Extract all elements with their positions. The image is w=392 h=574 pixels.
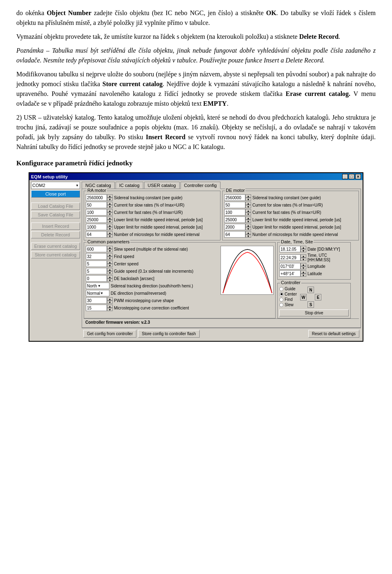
dropdown-arrow-icon2: ▼	[100, 291, 108, 295]
cp-row-8: 15 ▲▼ Microstepping curve correction coe…	[86, 305, 219, 311]
stop-drive-button[interactable]: Stop drive	[279, 309, 349, 316]
ra-row-4: 1000 ▲▼ Upper limit for middle speed int…	[86, 224, 218, 230]
ra-val-0: 2560000	[86, 194, 107, 201]
tab-ic-catalog[interactable]: IC catalog	[116, 182, 143, 189]
com-port-value: COM2	[32, 183, 45, 188]
cp-row-1: 32 ▲▼ Find speed	[86, 253, 219, 260]
common-datetime-row: Common parameters 600 ▲▼	[84, 242, 359, 318]
center-radio-row: Center	[279, 292, 297, 296]
store-catalog-button[interactable]: Store current catalog	[31, 251, 80, 258]
delete-record-button[interactable]: Delete Record	[31, 231, 80, 238]
titlebar: EQM setup utility _ □ ✕	[29, 173, 363, 180]
east-button[interactable]: E	[315, 294, 321, 300]
slew-radio-row: Slew	[279, 303, 297, 307]
window-body: COM2 ▼ Close port Load Catalog File Save…	[29, 180, 363, 341]
tabs-row: NGC catalog IC catalog USER catalog Cont…	[82, 182, 361, 189]
cp-row-4: 0 ▲▼ DE backslash [arcsec]	[86, 275, 219, 282]
north-dropdown[interactable]: North ▼	[86, 283, 109, 289]
north-value: North	[87, 284, 98, 288]
page-content: do okénka Object Number zadejte číslo ob…	[16, 8, 376, 342]
de-row-1: 50 ▲▼ Current for slow rates (% of Imax=…	[224, 202, 357, 208]
radio-buttons: Guide Center Find	[279, 287, 297, 308]
time-row: 22:24:29 ▲▼ Time, UTC [HH:MM:SS]	[279, 253, 349, 262]
controller-group: Controller Guide	[277, 283, 351, 318]
common-params-group: Common parameters 600 ▲▼	[84, 242, 276, 318]
tab-controller-config[interactable]: Controller config	[180, 182, 220, 189]
west-button[interactable]: W	[300, 294, 307, 300]
store-config-button[interactable]: Store config to controller flash	[138, 330, 199, 338]
guide-radio[interactable]	[279, 287, 283, 291]
common-left: Common parameters 600 ▲▼	[84, 242, 276, 318]
eqm-window: EQM setup utility _ □ ✕ COM2 ▼ Close por…	[29, 172, 363, 342]
svg-rect-0	[221, 246, 274, 295]
reset-defaults-button[interactable]: Reset to default settings	[308, 330, 359, 338]
datetime-group: Date, Time, Site 18.12.05 ▲▼ Date [DD:MM…	[277, 242, 351, 280]
datetime-label: Date, Time, Site	[280, 239, 314, 244]
center-radio[interactable]	[279, 292, 283, 296]
north-button[interactable]: N	[307, 287, 314, 293]
controller-label: Controller	[280, 280, 301, 285]
maximize-button[interactable]: □	[349, 174, 354, 179]
cp-row-6: Normal ▼ DE direction (normal/reversed)	[86, 290, 219, 296]
ra-motor-label: RA motor	[87, 188, 107, 193]
com-port-dropdown[interactable]: COM2 ▼	[31, 182, 80, 189]
cp-row-3: 5 ▲▼ Guide speed (0.1x sidereal rate inc…	[86, 268, 219, 274]
motors-row: RA motor 2560000 ▲▼ Sidereal tracking co…	[84, 191, 359, 240]
tab-content: RA motor 2560000 ▲▼ Sidereal tracking co…	[82, 189, 361, 328]
normal-value: Normal	[87, 291, 100, 296]
dropdown-arrow-icon: ▼	[76, 184, 79, 187]
ra-row-3: 25000 ▲▼ Lower limit for middle speed in…	[86, 216, 218, 223]
find-radio[interactable]	[279, 298, 283, 302]
date-row: 18.12.05 ▲▼ Date [DD:MM:YY]	[279, 246, 349, 252]
titlebar-buttons: _ □ ✕	[342, 174, 361, 179]
microstepping-graph	[220, 246, 274, 295]
close-button[interactable]: ✕	[355, 174, 361, 179]
right-panel: Date, Time, Site 18.12.05 ▲▼ Date [DD:MM…	[277, 242, 359, 318]
ra-row-1: 50 ▲▼ Current for slow rates (% of Imax=…	[86, 202, 218, 208]
cp-row-5: North ▼ Sidereal tracking direction (sou…	[86, 283, 219, 289]
ra-motor-group: RA motor 2560000 ▲▼ Sidereal tracking co…	[84, 191, 220, 240]
ra-row-0: 2560000 ▲▼ Sidereal tracking constant (s…	[86, 194, 218, 201]
insert-record-button[interactable]: Insert Record	[31, 222, 80, 230]
ra-row-5: 64 ▲▼ Number of microsteps for middle sp…	[86, 231, 218, 238]
left-panel: COM2 ▼ Close port Load Catalog File Save…	[31, 182, 80, 339]
ra-row-2: 100 ▲▼ Current for fast rates (% of Imax…	[86, 209, 218, 216]
section-title: Konfigurace parametrů řídící jednotky	[16, 159, 376, 167]
de-row-4: 2000 ▲▼ Upper limit for middle speed int…	[224, 224, 357, 230]
find-radio-row: Find	[279, 297, 297, 302]
get-config-button[interactable]: Get config from controller	[83, 330, 136, 338]
load-catalog-button[interactable]: Load Catalog File	[31, 202, 80, 210]
minimize-button[interactable]: _	[342, 174, 348, 179]
guide-radio-row: Guide	[279, 287, 297, 291]
firmware-bar: Controller firmware version: v.2.3	[84, 318, 359, 326]
compass: N E W S	[300, 287, 321, 308]
cp-row-2: 5 ▲▼ Center speed	[86, 260, 219, 267]
tab-user-catalog[interactable]: USER catalog	[144, 182, 180, 189]
slew-radio[interactable]	[279, 303, 283, 307]
normal-dropdown[interactable]: Normal ▼	[86, 290, 109, 296]
cp-row-7: 30 ▲▼ PWM microstepping curve shape	[86, 297, 219, 304]
de-row-2: 100 ▲▼ Current for fast rates (% of Imax…	[224, 209, 357, 216]
paragraph-1: do okénka Object Number zadejte číslo ob…	[16, 8, 376, 152]
longitude-row: 017°03' ▲▼ Longitude	[279, 263, 349, 269]
save-catalog-button[interactable]: Save Catalog File	[31, 211, 80, 218]
erase-catalog-button[interactable]: Erase current catalog	[31, 243, 80, 250]
de-motor-label: DE motor	[225, 188, 245, 193]
ra-spin-0[interactable]: 2560000 ▲▼	[86, 194, 113, 201]
close-port-button[interactable]: Close port	[31, 190, 80, 198]
south-button[interactable]: S	[307, 301, 314, 308]
de-row-0: 2560000 ▲▼ Sidereal tracking constant (s…	[224, 194, 357, 201]
latitude-row: +48°14' ▲▼ Latitude	[279, 270, 349, 277]
de-row-5: 64 ▲▼ Number of microsteps for middle sp…	[224, 231, 357, 238]
main-content: NGC catalog IC catalog USER catalog Cont…	[82, 182, 361, 339]
de-row-3: 25000 ▲▼ Lower limit for middle speed in…	[224, 216, 357, 223]
titlebar-title: EQM setup utility	[31, 174, 68, 179]
cp-row-0: 600 ▲▼ Slew speed (multiple of the sider…	[86, 246, 219, 252]
dropdown-arrow-icon: ▼	[98, 284, 108, 288]
common-params-label: Common parameters	[87, 239, 130, 244]
de-motor-group: DE motor 2560000 ▲▼ Sidereal tracking co…	[222, 191, 359, 240]
bottom-btn-row: Get config from controller Store config …	[82, 328, 361, 339]
